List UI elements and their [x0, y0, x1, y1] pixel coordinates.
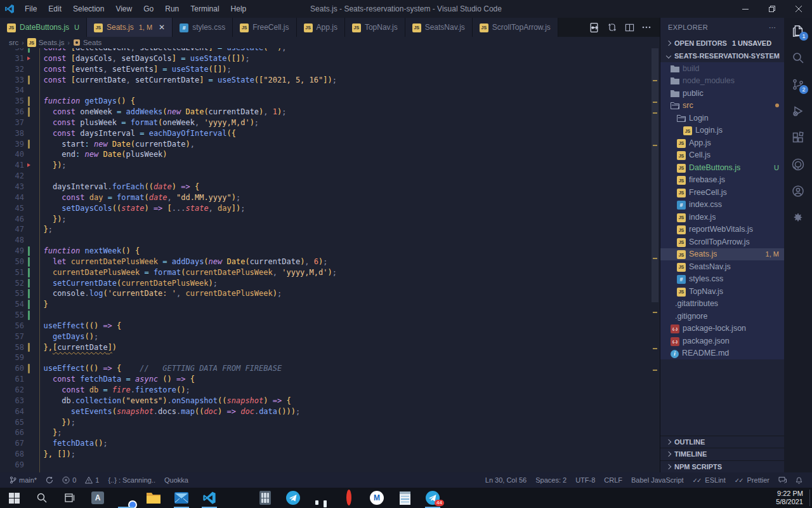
notepad-icon[interactable]: [391, 488, 419, 508]
github-icon[interactable]: [784, 151, 812, 178]
m-app-icon[interactable]: M: [363, 488, 391, 508]
project-root-header[interactable]: SEATS-RESERVATION-SYSTEM: [660, 50, 784, 62]
tab-topnav-js[interactable]: JSTopNav.js: [345, 18, 405, 37]
code-line[interactable]: 31 const [daysCols, setDaysCols] = useSt…: [0, 53, 660, 64]
line-number[interactable]: 46: [0, 214, 24, 225]
code-line[interactable]: 40 end: new Date(plusWeek): [0, 149, 660, 160]
menu-go[interactable]: Go: [138, 4, 159, 13]
line-number[interactable]: 57: [0, 331, 24, 342]
menu-selection[interactable]: Selection: [67, 4, 110, 13]
tree-item-readme-md[interactable]: iREADME.md: [660, 347, 784, 360]
status-ln-30-col-56[interactable]: Ln 30, Col 56: [481, 476, 531, 484]
section-outline[interactable]: OUTLINE: [660, 436, 784, 448]
section-timeline[interactable]: TIMELINE: [660, 448, 784, 460]
code-line[interactable]: 45 setDaysCols((state) => [...state, day…: [0, 203, 660, 214]
extensions-icon[interactable]: [784, 124, 812, 151]
status-quokka[interactable]: Quokka: [160, 476, 193, 484]
status--scanning-[interactable]: {..} : Scanning..: [103, 476, 160, 484]
compare-changes-icon[interactable]: [607, 22, 617, 32]
calculator-icon[interactable]: [251, 488, 279, 508]
code-line[interactable]: 62 const db = fire.firestore();: [0, 385, 660, 396]
code-line[interactable]: 32 const [events, setEvents] = useState(…: [0, 64, 660, 75]
explorer-icon[interactable]: 1: [784, 18, 812, 44]
line-number[interactable]: 38: [0, 128, 24, 139]
line-number[interactable]: 31: [0, 53, 24, 64]
code-line[interactable]: 43 daysInterval.forEach((date) => {: [0, 182, 660, 192]
open-editors-header[interactable]: OPEN EDITORS 1 UNSAVED: [660, 37, 784, 50]
line-number[interactable]: 60: [0, 363, 24, 374]
tree-item-topnav-js[interactable]: JSTopNav.js: [660, 285, 784, 298]
line-number[interactable]: 58: [0, 342, 24, 353]
code-line[interactable]: 56 useEffect(() => {: [0, 321, 660, 331]
line-number[interactable]: 39: [0, 139, 24, 150]
line-number[interactable]: 37: [0, 117, 24, 128]
code-line[interactable]: 61 const fetchData = async () => {: [0, 374, 660, 385]
code-line[interactable]: 48: [0, 235, 660, 246]
split-editor-icon[interactable]: [625, 23, 634, 32]
line-number[interactable]: 36: [0, 107, 24, 117]
code-line[interactable]: 66 };: [0, 427, 660, 438]
code-line[interactable]: 41 });: [0, 160, 660, 171]
tree-item-package-lock-json[interactable]: {..}package-lock.json: [660, 323, 784, 335]
code-line[interactable]: 54 }: [0, 299, 660, 310]
status-babel-javascript[interactable]: Babel JavaScript: [627, 476, 688, 484]
line-number[interactable]: 68: [0, 449, 24, 460]
tree-item-login[interactable]: Login: [660, 112, 784, 124]
line-number[interactable]: 48: [0, 235, 24, 246]
tree-item-index-css[interactable]: #index.css: [660, 199, 784, 211]
menu-edit[interactable]: Edit: [43, 4, 67, 13]
line-number[interactable]: 40: [0, 149, 24, 160]
breadcrumb-item-src[interactable]: src: [9, 39, 18, 46]
line-number[interactable]: 65: [0, 417, 24, 428]
code-line[interactable]: 50 let currentDatePlusWeek = addDays(new…: [0, 257, 660, 267]
restore-button[interactable]: [759, 0, 785, 18]
tree-item-src[interactable]: src: [660, 100, 784, 112]
line-number[interactable]: 54: [0, 299, 24, 310]
breadcrumb-item-seats[interactable]: Seats: [73, 39, 102, 46]
code-line[interactable]: 55: [0, 310, 660, 321]
minimize-button[interactable]: [732, 0, 759, 18]
tree-item-firebase-js[interactable]: JSfirebase.js: [660, 174, 784, 187]
line-number[interactable]: 64: [0, 406, 24, 417]
line-number[interactable]: 49: [0, 246, 24, 257]
status-main-[interactable]: main*: [5, 476, 41, 484]
tab-datebuttons-js[interactable]: JSDateButtons.jsU: [0, 18, 87, 37]
tab-freecell-js[interactable]: JSFreeCell.js: [233, 18, 296, 37]
line-number[interactable]: 30: [0, 48, 24, 53]
menu-terminal[interactable]: Terminal: [185, 4, 225, 13]
line-number[interactable]: 69: [0, 460, 24, 471]
code-line[interactable]: 59: [0, 352, 660, 363]
tree-item--gitignore[interactable]: .gitignore: [660, 310, 784, 323]
tab-app-js[interactable]: JSApp.js: [297, 18, 345, 37]
tab-styles-css[interactable]: #styles.css: [173, 18, 233, 37]
editor-scrollbar[interactable]: [652, 48, 658, 302]
line-number[interactable]: 34: [0, 85, 24, 96]
source-control-icon[interactable]: 2: [784, 71, 812, 98]
line-number[interactable]: 62: [0, 385, 24, 396]
tree-item-datebuttons-js[interactable]: JSDateButtons.jsU: [660, 161, 784, 174]
code-editor[interactable]: 30 const [deletedEvent, setDeletedEvent]…: [0, 48, 660, 472]
line-number[interactable]: 44: [0, 192, 24, 203]
tab-scrolltoparrow-js[interactable]: JSScrollTopArrow.js: [473, 18, 558, 37]
task-view-button[interactable]: [56, 488, 84, 508]
line-number[interactable]: 45: [0, 203, 24, 214]
line-number[interactable]: 66: [0, 427, 24, 438]
code-line[interactable]: 53 console.log('currentDate: ', currentD…: [0, 288, 660, 299]
code-line[interactable]: 57 getDays();: [0, 331, 660, 342]
telegram-icon[interactable]: [279, 488, 307, 508]
tree-item-reportwebvitals-js[interactable]: JSreportWebVitals.js: [660, 224, 784, 236]
account-icon[interactable]: [784, 178, 812, 204]
more-actions-icon[interactable]: [642, 26, 651, 29]
line-number[interactable]: 33: [0, 75, 24, 86]
tree-item-node-modules[interactable]: node_modules: [660, 75, 784, 88]
line-number[interactable]: 50: [0, 257, 24, 267]
menu-view[interactable]: View: [110, 4, 138, 13]
chrome-icon[interactable]: [112, 488, 140, 508]
code-line[interactable]: 47 };: [0, 224, 660, 235]
code-line[interactable]: 39 start: new Date(currentDate),: [0, 139, 660, 150]
code-line[interactable]: 42: [0, 171, 660, 182]
section-npm-scripts[interactable]: NPM SCRIPTS: [660, 460, 784, 473]
code-line[interactable]: 30 const [deletedEvent, setDeletedEvent]…: [0, 48, 660, 53]
line-number[interactable]: 56: [0, 321, 24, 331]
close-button[interactable]: [785, 0, 812, 18]
